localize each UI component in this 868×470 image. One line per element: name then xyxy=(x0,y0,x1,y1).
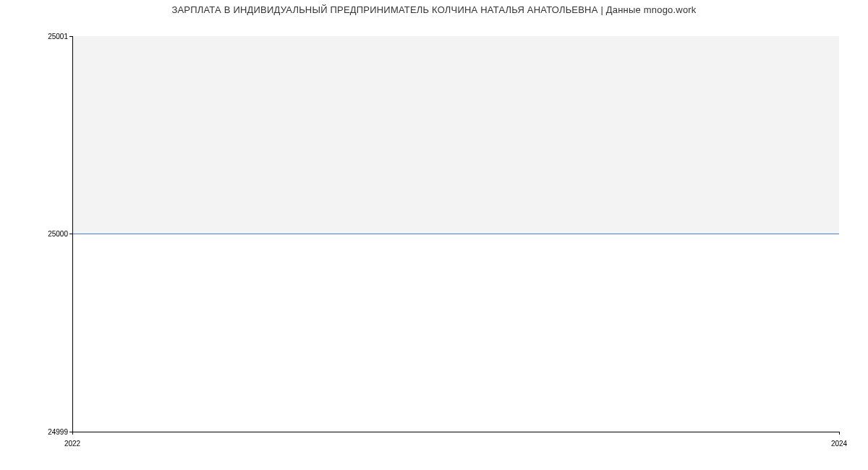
y-tick-mark xyxy=(69,36,72,37)
chart-title: ЗАРПЛАТА В ИНДИВИДУАЛЬНЫЙ ПРЕДПРИНИМАТЕЛ… xyxy=(0,4,868,15)
y-axis xyxy=(72,36,73,432)
y-tick-label: 25000 xyxy=(10,230,68,238)
y-tick-label: 24999 xyxy=(10,428,68,436)
y-tick-mark xyxy=(69,234,72,234)
x-tick-label: 2022 xyxy=(64,440,80,448)
y-tick-label: 25001 xyxy=(10,33,68,40)
fill-lower xyxy=(72,234,839,432)
chart-canvas: ЗАРПЛАТА В ИНДИВИДУАЛЬНЫЙ ПРЕДПРИНИМАТЕЛ… xyxy=(0,0,868,470)
fill-upper xyxy=(72,36,839,234)
x-tick-label: 2024 xyxy=(831,440,847,448)
plot-area xyxy=(72,36,839,432)
x-tick-mark xyxy=(72,432,73,435)
x-tick-mark xyxy=(839,432,840,435)
x-axis xyxy=(72,432,839,432)
series-line xyxy=(72,234,839,234)
